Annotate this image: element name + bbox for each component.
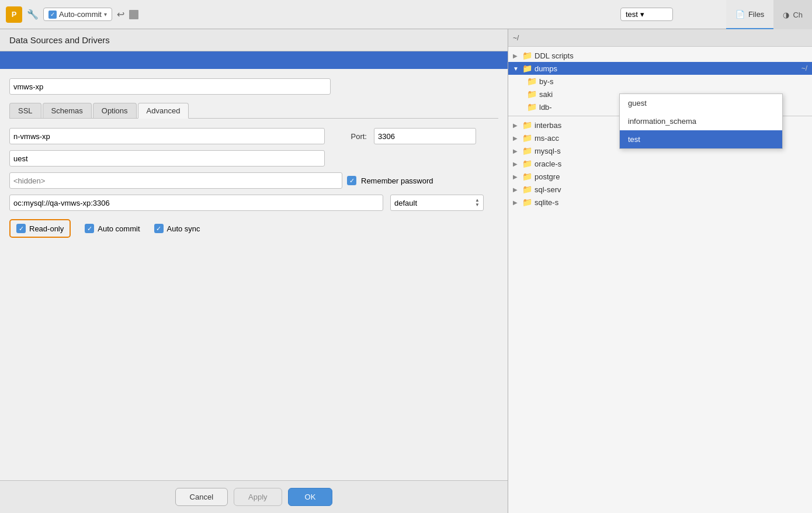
- pie-icon: ◑: [783, 11, 789, 19]
- db-selector[interactable]: test ▾: [620, 8, 673, 21]
- spinner-arrows: ▲ ▼: [475, 198, 480, 207]
- expand-arrow-icon: ▼: [513, 65, 520, 72]
- options-row: ✓ Read-only ✓ Auto commit ✓ Auto sync: [9, 219, 498, 238]
- host-port-row: Port:: [9, 128, 498, 144]
- tab-ch-label: Ch: [793, 11, 803, 19]
- folder-icon: 📁: [527, 89, 537, 99]
- list-item[interactable]: ▶ 📁 sql-serv: [508, 183, 812, 196]
- user-input[interactable]: [9, 150, 325, 167]
- tab-files[interactable]: 📄 Files: [726, 0, 773, 29]
- list-item[interactable]: ▶ 📁 DDL scripts: [508, 49, 812, 62]
- folder-icon: 📁: [522, 133, 532, 143]
- tab-advanced[interactable]: Advanced: [138, 103, 189, 119]
- readonly-container[interactable]: ✓ Read-only: [9, 219, 71, 238]
- autocommit-option[interactable]: ✓ Auto commit: [85, 224, 140, 233]
- stop-button[interactable]: [129, 10, 138, 19]
- driver-select[interactable]: default ▲ ▼: [390, 195, 484, 211]
- tabs-bar: SSL Schemas Options Advanced: [9, 103, 498, 119]
- folder-icon: 📁: [522, 64, 532, 73]
- collapse-arrow-icon: ▶: [513, 186, 520, 193]
- settings-icon[interactable]: 🔧: [27, 9, 39, 20]
- autosync-option-label: Auto sync: [167, 224, 200, 233]
- autocommit-option-checkbox[interactable]: ✓: [85, 224, 94, 233]
- collapse-arrow-icon: ▶: [513, 122, 520, 129]
- collapse-arrow-icon: ▶: [513, 135, 520, 141]
- url-input[interactable]: [9, 195, 383, 211]
- collapse-arrow-icon: ▶: [513, 199, 520, 206]
- dropdown-item-test[interactable]: test: [620, 130, 782, 148]
- undo-button[interactable]: ↩: [117, 9, 124, 20]
- apply-button[interactable]: Apply: [234, 488, 282, 506]
- folder-icon: 📁: [527, 102, 537, 112]
- connection-name-input[interactable]: [9, 78, 331, 95]
- list-item[interactable]: 📁 by-s: [508, 75, 812, 88]
- autocommit-checkbox: ✓: [48, 11, 57, 19]
- cancel-button[interactable]: Cancel: [175, 488, 228, 506]
- autocommit-label: Auto-commit: [59, 10, 102, 19]
- folder-icon: 📁: [522, 120, 532, 130]
- password-row: ✓ Remember password: [9, 172, 498, 189]
- tab-schemas[interactable]: Schemas: [43, 103, 92, 118]
- autosync-option-checkbox[interactable]: ✓: [154, 224, 164, 233]
- list-item[interactable]: ▶ 📁 postgre: [508, 170, 812, 183]
- collapse-arrow-icon: ▶: [513, 174, 520, 180]
- folder-icon: 📁: [522, 146, 532, 155]
- folder-icon: 📁: [522, 185, 532, 194]
- port-input[interactable]: [374, 128, 476, 144]
- collapse-arrow-icon: ▶: [513, 148, 520, 154]
- main-toolbar: P 🔧 ✓ Auto-commit ▾ ↩ test ▾: [0, 0, 812, 29]
- host-input[interactable]: [9, 128, 325, 144]
- autocommit-option-label: Auto commit: [98, 224, 140, 233]
- dropdown-item-information-schema[interactable]: information_schema: [620, 112, 782, 130]
- tab-ssl[interactable]: SSL: [9, 103, 41, 118]
- avatar: P: [6, 6, 22, 23]
- driver-value: default: [394, 199, 417, 207]
- readonly-label: Read-only: [29, 224, 64, 233]
- port-label: Port:: [332, 132, 367, 141]
- tab-files-label: Files: [748, 10, 764, 19]
- schema-dropdown: guest information_schema test: [619, 93, 783, 149]
- list-item[interactable]: ▼ 📁 dumps ~/: [508, 62, 812, 75]
- readonly-checkbox[interactable]: ✓: [16, 224, 26, 233]
- chevron-down-icon: ▾: [104, 11, 107, 18]
- password-input[interactable]: [9, 172, 342, 189]
- collapse-arrow-icon: ▶: [513, 53, 520, 59]
- list-item[interactable]: ▶ 📁 sqlite-s: [508, 196, 812, 209]
- folder-icon: 📁: [522, 197, 532, 207]
- folder-icon: 📁: [522, 51, 532, 60]
- url-driver-row: default ▲ ▼: [9, 195, 498, 211]
- user-row: [9, 150, 498, 167]
- ok-button[interactable]: OK: [288, 488, 333, 506]
- chevron-down-icon: ▾: [640, 10, 644, 19]
- dropdown-item-guest[interactable]: guest: [620, 94, 782, 112]
- data-sources-dialog: Data Sources and Drivers SSL Schemas Opt…: [0, 29, 508, 513]
- tab-options[interactable]: Options: [93, 103, 137, 118]
- remember-password-label: Remember password: [361, 176, 433, 185]
- list-item[interactable]: ▶ 📁 oracle-s: [508, 157, 812, 170]
- db-selector-value: test: [626, 10, 638, 19]
- tab-ch[interactable]: ◑ Ch: [773, 0, 812, 29]
- dialog-buttons: Cancel Apply OK: [0, 480, 508, 513]
- dialog-content: SSL Schemas Options Advanced Port:: [0, 69, 508, 480]
- folder-icon: 📁: [522, 159, 532, 168]
- tree-header: ~/: [508, 29, 812, 47]
- autocommit-button[interactable]: ✓ Auto-commit ▾: [43, 8, 112, 21]
- remember-password-checkbox[interactable]: ✓: [347, 176, 356, 185]
- collapse-arrow-icon: ▶: [513, 161, 520, 167]
- selected-db-row: [0, 51, 508, 69]
- dialog-title: Data Sources and Drivers: [0, 29, 508, 51]
- files-icon: 📄: [735, 10, 745, 19]
- folder-icon: 📁: [527, 77, 537, 86]
- autosync-option[interactable]: ✓ Auto sync: [154, 224, 200, 233]
- folder-icon: 📁: [522, 172, 532, 181]
